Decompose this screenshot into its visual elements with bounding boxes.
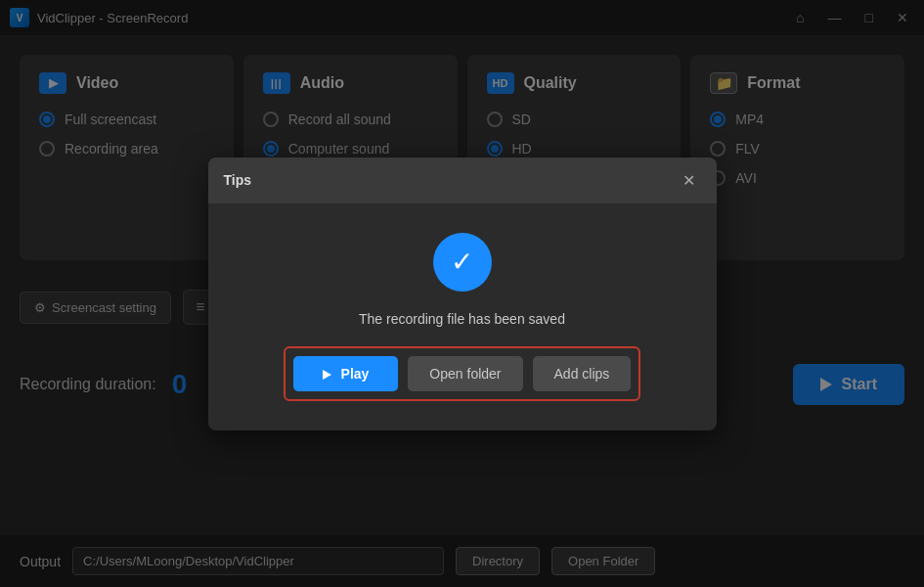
play-triangle-icon <box>323 370 331 380</box>
dialog-close-button[interactable]: ✕ <box>677 169 701 192</box>
dialog-actions: Play Open folder Add clips <box>284 346 641 401</box>
dialog-title: Tips <box>224 172 252 188</box>
play-label: Play <box>341 366 370 382</box>
dialog-header: Tips ✕ <box>208 158 717 203</box>
dialog-message: The recording file has been saved <box>359 311 565 327</box>
dialog-body: ✓ The recording file has been saved Play… <box>208 203 717 430</box>
checkmark-icon: ✓ <box>451 248 473 276</box>
dialog-overlay: Tips ✕ ✓ The recording file has been sav… <box>0 0 924 587</box>
tips-dialog: Tips ✕ ✓ The recording file has been sav… <box>208 158 717 430</box>
open-folder-dialog-button[interactable]: Open folder <box>408 356 522 391</box>
play-button[interactable]: Play <box>293 356 399 391</box>
success-icon: ✓ <box>433 233 492 292</box>
add-clips-button[interactable]: Add clips <box>533 356 632 391</box>
